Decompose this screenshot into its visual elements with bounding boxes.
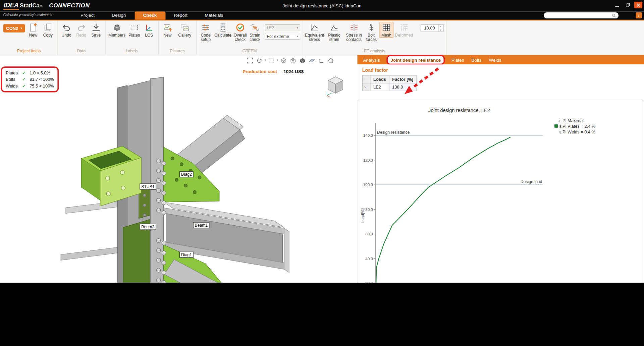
tab-design[interactable]: Design (103, 11, 135, 19)
code-setup-button[interactable]: Code setup (199, 22, 212, 42)
navigation-cube[interactable] (323, 73, 348, 99)
gallery-button[interactable]: Gallery (176, 22, 194, 38)
deformed-scale-spinner[interactable]: 10.00 ▲ ▼ (421, 24, 444, 32)
member-label-diag1[interactable]: Diag1 (179, 252, 194, 258)
legend-label: ε,Pl Welds = 0.4 % (559, 129, 595, 134)
tab-check[interactable]: Check (135, 11, 165, 19)
button-label: Undo (61, 33, 71, 37)
chevron-down-icon[interactable]: ▾ (265, 59, 266, 62)
view-front-button[interactable] (279, 56, 287, 64)
member-label-diag2[interactable]: Diag2 (179, 171, 194, 177)
factor-cell[interactable]: 138.8 (389, 83, 416, 91)
load-factor-section: Load factor Loads Factor [%] › LE2 138.8 (357, 64, 644, 100)
check-ok-icon: ✓ (22, 82, 30, 89)
load-factor-row[interactable]: › LE2 138.8 (363, 83, 417, 91)
spinner-up-icon[interactable]: ▲ (438, 24, 443, 28)
undo-button[interactable]: Undo (60, 22, 73, 38)
mesh-icon (381, 22, 391, 32)
member-label-beam2[interactable]: Beam2 (140, 224, 156, 230)
workplane-button[interactable] (317, 56, 325, 64)
home-view-button[interactable] (327, 56, 335, 64)
chevron-down-icon[interactable]: ▾ (277, 59, 278, 62)
button-label: Members (108, 33, 125, 37)
results-tabs: Analysis Joint design resistance Plates … (357, 55, 644, 64)
logo-statica: StatiCa (20, 2, 40, 9)
minimize-button[interactable] (613, 2, 621, 8)
bolt-forces-button[interactable]: Bolt forces (365, 22, 378, 42)
tagline: Calculate yesterday's estimates (3, 13, 52, 17)
button-label: Gallery (178, 33, 191, 37)
info-button[interactable]: i (636, 12, 642, 18)
check-name: Bolts (6, 76, 22, 83)
equivalent-stress-button[interactable]: Equivalent stress (306, 22, 324, 42)
tab-welds[interactable]: Welds (488, 56, 502, 63)
zoom-fit-icon (246, 57, 253, 64)
member-label-beam1[interactable]: Beam1 (193, 222, 210, 228)
svg-text:40.0: 40.0 (365, 256, 373, 261)
check-row-bolts: Bolts ✓ 81.7 < 100% (6, 76, 54, 83)
extreme-select[interactable]: For extreme ▾ (265, 33, 300, 40)
app-window: IDEA StatiCa ® CONNECTION Joint design r… (0, 0, 644, 283)
tab-report[interactable]: Report (165, 11, 196, 19)
cube-solid-icon (299, 57, 306, 64)
clip-plane-button[interactable] (308, 56, 316, 64)
deformed-toggle[interactable]: Deformed (395, 22, 413, 38)
overall-check-button[interactable]: Overall check (233, 22, 247, 42)
tab-project[interactable]: Project (72, 11, 103, 19)
mesh-toggle[interactable]: Mesh (379, 22, 393, 38)
row-expander-icon[interactable]: › (363, 83, 370, 91)
maximize-button[interactable] (624, 2, 632, 8)
connection-selector[interactable]: CON2 ▾ (3, 24, 25, 32)
spinner-arrows: ▲ ▼ (438, 24, 443, 32)
app-name: CONNECTION (49, 2, 90, 9)
close-button[interactable] (634, 2, 642, 8)
save-button[interactable]: Save (90, 22, 103, 38)
view-top-button[interactable] (289, 56, 297, 64)
extreme-value: For extreme (267, 34, 289, 39)
plates-labels-toggle[interactable]: Plates (127, 22, 141, 38)
members-labels-toggle[interactable]: Members (108, 22, 126, 38)
new-picture-button[interactable]: New (161, 22, 174, 38)
deformed-mesh-icon (399, 22, 409, 32)
tab-joint-design-resistance[interactable]: Joint design resistance (390, 56, 442, 63)
load-case-select[interactable]: LE2 ▾ (265, 24, 300, 31)
legend-marker-square (554, 124, 558, 128)
button-label: Bolt forces (365, 33, 378, 42)
minimize-icon (614, 3, 619, 7)
chevron-down-icon: ▾ (297, 26, 298, 30)
copy-project-item-button[interactable]: Copy (41, 22, 54, 38)
tab-analysis[interactable]: Analysis (362, 56, 381, 63)
group-label-labels: Labels (108, 48, 156, 54)
load-factor-title: Load factor (362, 68, 388, 73)
search-input[interactable] (546, 13, 612, 18)
tab-bolts[interactable]: Bolts (471, 56, 482, 63)
red-annotation-tab-highlight: Joint design resistance (386, 55, 445, 64)
strain-check-button[interactable]: % Strain check (248, 22, 261, 42)
undo-icon (61, 22, 71, 32)
select-mode-button[interactable] (267, 56, 275, 64)
stress-in-contacts-button[interactable]: Stress in contacts (345, 22, 363, 42)
clip-plane-icon (308, 57, 315, 64)
legend-label: ε,Pl Maximal (559, 117, 584, 123)
model-viewport[interactable]: ▾ ▾ Production cost - 1024 US$ Plates (0, 55, 357, 283)
load-case-cell[interactable]: LE2 (370, 83, 389, 91)
ribbon-group-project-items: CON2 ▾ New Copy Project items (1, 20, 57, 55)
svg-text:60.0: 60.0 (365, 232, 373, 236)
tab-plates[interactable]: Plates (451, 56, 465, 63)
zoom-fit-button[interactable] (246, 56, 254, 64)
tab-materials[interactable]: Materials (196, 11, 232, 19)
svg-text:Design resistance: Design resistance (377, 130, 410, 135)
orbit-button[interactable] (255, 56, 263, 64)
spinner-down-icon[interactable]: ▼ (438, 28, 443, 32)
plastic-strain-button[interactable]: Plastic strain (325, 22, 343, 42)
member-label-stub1[interactable]: STUB1 (140, 183, 156, 189)
calculate-button[interactable]: Calculate (214, 22, 232, 38)
redo-button[interactable]: Redo (74, 22, 88, 38)
svg-text:140.0: 140.0 (363, 133, 373, 137)
lcs-toggle[interactable]: LCS (143, 22, 156, 38)
view-iso-button[interactable] (298, 56, 306, 64)
new-project-item-button[interactable]: New (26, 22, 40, 38)
connection-selector-label: CON2 (6, 26, 18, 31)
new-picture-icon (163, 22, 172, 32)
col-factor: Factor [%] (389, 75, 416, 83)
